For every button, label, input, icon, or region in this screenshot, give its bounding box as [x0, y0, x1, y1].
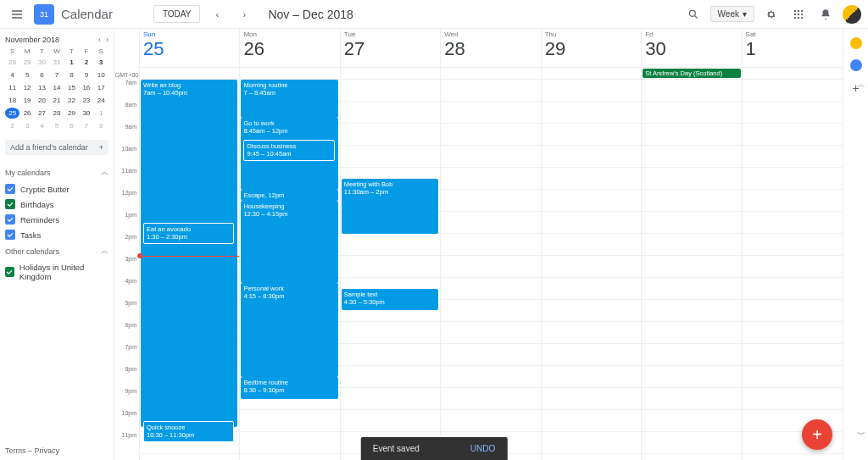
mini-day[interactable]: 12	[19, 82, 34, 93]
mini-day[interactable]: 29	[19, 57, 34, 68]
day-column[interactable]: Sun25Write an blog7am – 10:45pmEat an av…	[140, 29, 240, 460]
mini-day[interactable]: 9	[79, 69, 93, 80]
allday-row[interactable]	[341, 67, 440, 80]
day-header[interactable]: Sun25	[140, 29, 239, 67]
day-column[interactable]: Wed28	[441, 29, 541, 460]
allday-row[interactable]	[542, 67, 641, 80]
calendar-item[interactable]: Tasks	[5, 227, 108, 242]
mini-day[interactable]: 5	[49, 120, 64, 131]
mini-day[interactable]: 2	[79, 57, 93, 68]
day-header[interactable]: Sat1	[743, 29, 843, 67]
scroll-up-button[interactable]: ︿	[856, 80, 866, 90]
day-slots[interactable]: Morning routine7 – 8:45amGo to work8:45a…	[240, 80, 339, 460]
event-chip[interactable]: Personal work4:15 – 8:30pm	[241, 283, 337, 377]
day-slots[interactable]	[441, 80, 540, 460]
event-chip[interactable]: Quick snooze10:30 – 11:30pm	[143, 421, 234, 442]
mini-day[interactable]: 19	[19, 95, 34, 106]
day-header[interactable]: Wed28	[441, 29, 540, 67]
hamburger-icon[interactable]	[7, 4, 27, 25]
event-chip[interactable]: Escape, 12pm	[241, 190, 337, 201]
mini-day[interactable]: 22	[64, 95, 79, 106]
mini-day[interactable]: 10	[94, 69, 108, 80]
search-icon[interactable]	[683, 4, 704, 25]
mini-day[interactable]: 13	[35, 82, 49, 93]
allday-row[interactable]: St Andrew's Day (Scotland)	[642, 67, 741, 80]
day-column[interactable]: Thu29	[542, 29, 642, 460]
mini-day[interactable]: 16	[79, 82, 93, 93]
mini-day[interactable]: 17	[94, 82, 108, 93]
mini-day[interactable]: 6	[64, 120, 79, 131]
day-column[interactable]: Tue27Meeting with Bob11:30am – 2pmSample…	[341, 29, 441, 460]
day-slots[interactable]: Write an blog7am – 10:45pmEat an avocado…	[140, 80, 239, 460]
mini-day[interactable]: 8	[94, 120, 108, 131]
day-header[interactable]: Mon26	[240, 29, 339, 67]
mini-day[interactable]: 31	[49, 57, 64, 68]
day-column[interactable]: Sat1	[743, 29, 843, 460]
mini-day[interactable]: 11	[5, 82, 19, 93]
my-calendars-section[interactable]: My calendars︿	[5, 163, 108, 181]
prev-week-button[interactable]: ‹	[207, 4, 227, 25]
footer-links[interactable]: Terms – Privacy	[5, 441, 108, 460]
tasks-icon[interactable]	[850, 59, 862, 71]
mini-day[interactable]: 27	[35, 108, 49, 119]
day-header[interactable]: Tue27	[341, 29, 440, 67]
today-button[interactable]: TODAY	[153, 5, 201, 23]
mini-day[interactable]: 26	[19, 108, 34, 119]
day-slots[interactable]	[542, 80, 641, 460]
view-dropdown[interactable]: Week▾	[710, 6, 754, 22]
mini-day[interactable]: 28	[5, 57, 19, 68]
calendar-item[interactable]: Reminders	[5, 212, 108, 227]
mini-day[interactable]: 1	[64, 57, 79, 68]
mini-day[interactable]: 30	[35, 57, 49, 68]
scroll-down-button[interactable]: ﹀	[856, 430, 866, 440]
mini-day[interactable]: 4	[5, 69, 19, 80]
event-chip[interactable]: Eat an avocado1:30 – 2:30pm	[143, 223, 234, 244]
mini-day[interactable]: 21	[49, 95, 64, 106]
event-chip[interactable]: Housekeeping12:30 – 4:15pm	[241, 201, 337, 283]
allday-row[interactable]	[441, 67, 540, 80]
event-chip[interactable]: Sample text4:30 – 5:30pm	[342, 289, 438, 310]
mini-day[interactable]: 3	[19, 120, 34, 131]
allday-row[interactable]	[743, 67, 843, 80]
allday-row[interactable]	[140, 67, 239, 80]
day-column[interactable]: Fri30St Andrew's Day (Scotland)	[642, 29, 742, 460]
mini-day[interactable]: 24	[94, 95, 108, 106]
event-chip[interactable]: Meeting with Bob11:30am – 2pm	[342, 179, 438, 234]
mini-day[interactable]: 7	[79, 120, 93, 131]
mini-day[interactable]: 18	[5, 95, 19, 106]
event-chip[interactable]: Discuss business9:45 – 10:45am	[243, 140, 334, 161]
add-friend-calendar[interactable]: Add a friend's calendar +	[5, 140, 108, 155]
mini-prev-button[interactable]: ‹	[98, 36, 101, 44]
other-calendars-section[interactable]: Other calendars︿	[5, 242, 108, 260]
settings-icon[interactable]	[761, 4, 782, 25]
mini-day[interactable]: 1	[94, 108, 108, 119]
mini-day[interactable]: 3	[94, 57, 108, 68]
mini-day[interactable]: 28	[49, 108, 64, 119]
allday-event[interactable]: St Andrew's Day (Scotland)	[643, 69, 740, 78]
allday-row[interactable]	[240, 67, 339, 80]
mini-day[interactable]: 5	[19, 69, 34, 80]
mini-day[interactable]: 30	[79, 108, 93, 119]
mini-next-button[interactable]: ›	[106, 36, 108, 44]
mini-day[interactable]: 7	[49, 69, 64, 80]
mini-day[interactable]: 20	[35, 95, 49, 106]
mini-day[interactable]: 25	[5, 108, 19, 119]
mini-day[interactable]: 23	[79, 95, 93, 106]
mini-calendar[interactable]: SMTWTFS282930311234567891011121314151617…	[5, 47, 108, 131]
next-week-button[interactable]: ›	[234, 4, 254, 25]
day-column[interactable]: Mon26Morning routine7 – 8:45amGo to work…	[240, 29, 340, 460]
mini-day[interactable]: 2	[5, 120, 19, 131]
apps-icon[interactable]	[788, 4, 809, 25]
undo-button[interactable]: UNDO	[470, 444, 495, 453]
day-header[interactable]: Fri30	[642, 29, 741, 67]
day-slots[interactable]	[642, 80, 741, 460]
mini-day[interactable]: 8	[64, 69, 79, 80]
day-slots[interactable]: Meeting with Bob11:30am – 2pmSample text…	[341, 80, 440, 460]
keep-icon[interactable]	[850, 37, 862, 49]
mini-day[interactable]: 14	[49, 82, 64, 93]
notifications-icon[interactable]	[815, 4, 836, 25]
calendar-item[interactable]: Holidays in United Kingdom	[5, 260, 108, 284]
day-slots[interactable]	[743, 80, 843, 460]
mini-day[interactable]: 6	[35, 69, 49, 80]
mini-day[interactable]: 29	[64, 108, 79, 119]
